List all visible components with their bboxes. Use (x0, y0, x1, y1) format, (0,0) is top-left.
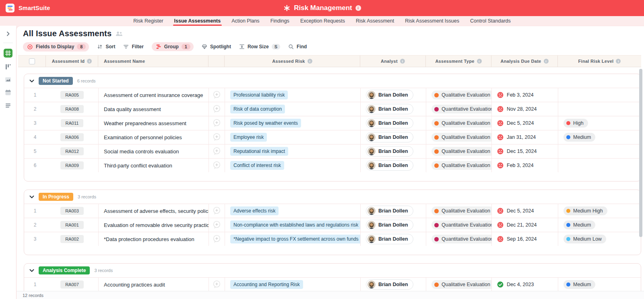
analyst-cell[interactable]: Brian Dollen (360, 232, 426, 246)
kanban-view-icon[interactable] (4, 63, 12, 70)
tab-exception-requests[interactable]: Exception Requests (300, 16, 345, 26)
comment-cell[interactable] (208, 204, 225, 218)
row-number-cell[interactable]: 3 (24, 232, 46, 246)
row-number-cell[interactable]: 1 (24, 278, 46, 291)
sort-button[interactable]: Sort (97, 44, 115, 49)
row-number-cell[interactable]: 5 (24, 144, 46, 158)
comment-add-icon[interactable] (212, 146, 221, 156)
final-risk-level-cell[interactable]: Medium (558, 278, 641, 291)
final-risk-level-cell[interactable] (558, 159, 641, 172)
assessment-type-cell[interactable]: Qualitative Evaluation (426, 144, 491, 158)
assessment-type-cell[interactable]: Quantitative Evaluation (426, 232, 491, 246)
comment-add-icon[interactable] (212, 90, 221, 100)
final-risk-level-cell[interactable]: Medium Low (558, 232, 641, 246)
assessed-risk-cell[interactable]: Conflict of interest risk (225, 159, 360, 172)
chevron-down-icon[interactable] (29, 195, 34, 199)
assessment-name-cell[interactable]: Examination of personnel policies (98, 130, 208, 144)
filter-button[interactable]: Filter (123, 44, 143, 49)
assessment-name-cell[interactable]: Weather preparedness assessment (98, 116, 208, 130)
assessment-name-cell[interactable]: Evaluation of removable drive security p… (98, 218, 208, 232)
assessed-risk-cell[interactable]: Reputational risk impact (225, 144, 360, 158)
assessment-id-cell[interactable]: RA006 (46, 130, 98, 144)
column-header-analysis-due-date[interactable]: Analysis Due Datei (491, 56, 557, 67)
final-risk-level-cell[interactable]: High (558, 116, 641, 130)
assessment-type-cell[interactable]: Qualitative Evaluation (426, 159, 491, 172)
chart-view-icon[interactable] (4, 76, 12, 83)
chevron-down-icon[interactable] (29, 269, 34, 272)
assessment-id-cell[interactable]: RA003 (46, 204, 98, 218)
assessment-type-cell[interactable]: Quantitative Evaluation (426, 102, 491, 116)
assessment-type-cell[interactable]: Qualitative Evaluation (426, 278, 491, 291)
comment-cell[interactable] (208, 218, 225, 232)
comment-add-icon[interactable] (212, 220, 221, 230)
due-date-cell[interactable]: Sep 16, 2024 (491, 232, 558, 246)
due-date-cell[interactable]: Feb 3, 2024 (491, 88, 558, 102)
analyst-cell[interactable]: Brian Dollen (360, 218, 426, 232)
assessment-name-cell[interactable]: Assessment of adverse effects, security … (98, 204, 208, 218)
column-header-assessment-type[interactable]: Assessment Typei (425, 56, 491, 67)
comment-cell[interactable] (208, 232, 225, 246)
tab-issue-assessments[interactable]: Issue Assessments (174, 16, 221, 26)
analyst-cell[interactable]: Brian Dollen (360, 116, 426, 130)
column-header-final-risk-level[interactable]: Final Risk Leveli (557, 56, 641, 67)
tab-findings[interactable]: Findings (270, 16, 289, 26)
spotlight-button[interactable]: Spotlight (202, 44, 231, 49)
due-date-cell[interactable]: Dec 5, 2024 (491, 116, 558, 130)
assessed-risk-cell[interactable]: Risk posed by weather events (225, 116, 360, 130)
select-all-checkbox[interactable] (29, 58, 35, 64)
assessment-name-cell[interactable]: Assessment of current insurance coverage (98, 88, 208, 102)
row-size-button[interactable]: Row Size S (239, 44, 280, 49)
due-date-cell[interactable]: Dec 15, 2024 (491, 144, 558, 158)
assessment-name-cell[interactable]: Accounting practices audit (98, 278, 208, 291)
final-risk-level-cell[interactable] (558, 144, 641, 158)
assessment-type-cell[interactable]: Qualitative Evaluation (426, 88, 491, 102)
calendar-view-icon[interactable] (4, 89, 12, 96)
row-number-cell[interactable]: 2 (24, 218, 46, 232)
assessment-type-cell[interactable]: Qualitative Evaluation (426, 204, 491, 218)
assessed-risk-cell[interactable]: Adverse effects risk (225, 204, 360, 218)
assessment-name-cell[interactable]: Social media controls evaluation (98, 144, 208, 158)
assessment-id-cell[interactable]: RA002 (46, 232, 98, 246)
chevron-down-icon[interactable] (29, 79, 34, 83)
row-number-cell[interactable]: 4 (24, 130, 46, 144)
due-date-cell[interactable]: Dec 21, 2024 (491, 218, 558, 232)
row-number-cell[interactable]: 1 (24, 204, 46, 218)
analyst-cell[interactable]: Brian Dollen (360, 278, 426, 291)
row-number-cell[interactable]: 2 (24, 102, 46, 116)
column-header-assessment-name[interactable]: Assessment Name (98, 56, 208, 67)
comment-cell[interactable] (208, 102, 225, 116)
comment-add-icon[interactable] (212, 132, 221, 142)
row-number-cell[interactable]: 1 (24, 88, 46, 102)
row-number-cell[interactable]: 6 (24, 159, 46, 172)
assessment-id-cell[interactable]: RA001 (46, 218, 98, 232)
assessed-risk-cell[interactable]: Employee risk (225, 130, 360, 144)
due-date-cell[interactable]: Dec 4, 2023 (491, 278, 558, 291)
assessment-id-cell[interactable]: RA012 (46, 144, 98, 158)
tab-risk-assessment[interactable]: Risk Assessment (356, 16, 394, 26)
comment-add-icon[interactable] (212, 234, 221, 244)
analyst-cell[interactable]: Brian Dollen (360, 204, 426, 218)
due-date-cell[interactable]: Jan 31, 2024 (491, 130, 558, 144)
assessment-id-cell[interactable]: RA011 (46, 116, 98, 130)
analyst-cell[interactable]: Brian Dollen (360, 159, 426, 172)
comment-cell[interactable] (208, 144, 225, 158)
vertical-scrollbar[interactable] (639, 69, 642, 237)
assessment-id-cell[interactable]: RA007 (46, 278, 98, 291)
assessment-type-cell[interactable]: Qualitative Evaluation (426, 130, 491, 144)
comment-cell[interactable] (208, 116, 225, 130)
due-date-cell[interactable]: Dec 5, 2024 (491, 204, 558, 218)
final-risk-level-cell[interactable] (558, 102, 641, 116)
final-risk-level-cell[interactable]: Medium (558, 130, 641, 144)
assessment-id-cell[interactable]: RA005 (46, 88, 98, 102)
analyst-cell[interactable]: Brian Dollen (360, 144, 426, 158)
final-risk-level-cell[interactable]: Medium High (558, 204, 641, 218)
tab-risk-assessment-issues[interactable]: Risk Assessment Issues (405, 16, 459, 26)
comment-add-icon[interactable] (212, 104, 221, 114)
final-risk-level-cell[interactable] (558, 88, 641, 102)
assessment-id-cell[interactable]: RA008 (46, 102, 98, 116)
tab-control-standards[interactable]: Control Standards (470, 16, 511, 26)
assessed-risk-cell[interactable]: Professional liability risk (225, 88, 360, 102)
comment-add-icon[interactable] (212, 161, 221, 170)
column-header-assessed-risk[interactable]: Assessed Riski (224, 56, 360, 67)
fields-to-display-button[interactable]: Fields to Display 8 (23, 42, 89, 52)
